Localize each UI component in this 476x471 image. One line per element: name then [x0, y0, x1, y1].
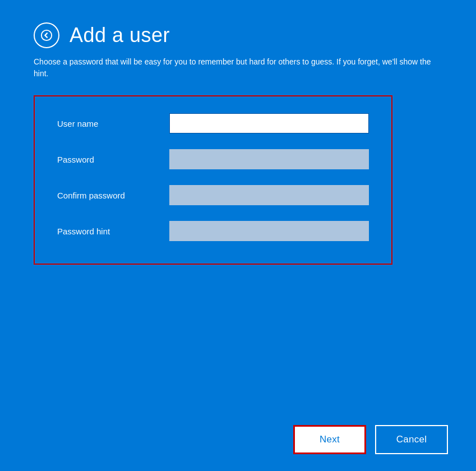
back-button[interactable]: [34, 22, 59, 48]
form-container: User name Password Confirm password Pass…: [34, 95, 392, 265]
password-input[interactable]: [169, 149, 369, 169]
password-label: Password: [57, 155, 169, 164]
subtitle: Choose a password that will be easy for …: [34, 56, 437, 80]
page-title: Add a user: [70, 24, 170, 47]
username-input[interactable]: [169, 113, 369, 133]
page-container: Add a user Choose a password that will b…: [0, 0, 476, 471]
next-button[interactable]: Next: [293, 425, 366, 454]
svg-point-0: [41, 30, 52, 40]
password-hint-row: Password hint: [57, 221, 369, 241]
password-hint-input[interactable]: [169, 221, 369, 241]
username-row: User name: [57, 113, 369, 133]
password-hint-label: Password hint: [57, 227, 169, 236]
cancel-button[interactable]: Cancel: [375, 425, 448, 454]
confirm-password-row: Confirm password: [57, 185, 369, 205]
confirm-password-label: Confirm password: [57, 191, 169, 200]
password-row: Password: [57, 149, 369, 169]
confirm-password-input[interactable]: [169, 185, 369, 205]
header: Add a user: [34, 22, 442, 48]
username-label: User name: [57, 119, 169, 128]
button-row: Next Cancel: [293, 425, 448, 454]
